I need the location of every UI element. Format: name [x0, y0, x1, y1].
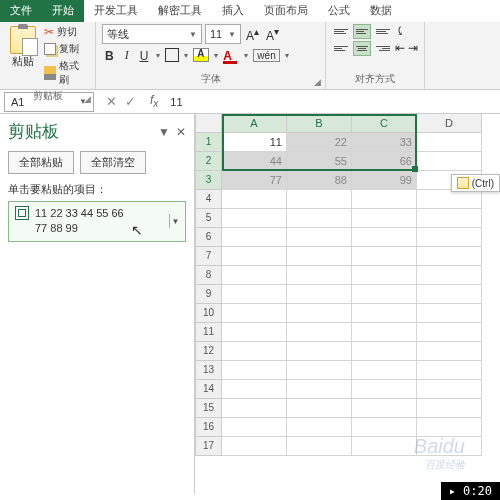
cell[interactable] [417, 133, 482, 152]
dialog-launcher-icon[interactable]: ◢ [84, 94, 91, 104]
tab-dev[interactable]: 开发工具 [84, 0, 148, 22]
paste-all-button[interactable]: 全部粘贴 [8, 151, 74, 174]
dialog-launcher-icon[interactable]: ◢ [314, 77, 321, 87]
increase-font-button[interactable]: A▴ [244, 26, 261, 43]
cell[interactable] [287, 418, 352, 437]
cell[interactable] [352, 342, 417, 361]
row-header[interactable]: 7 [195, 247, 222, 266]
cell[interactable] [417, 361, 482, 380]
cell[interactable] [352, 266, 417, 285]
phonetic-button[interactable]: wén [253, 49, 279, 62]
cell[interactable] [222, 437, 287, 456]
copy-button[interactable]: 复制 [43, 41, 89, 57]
cell[interactable] [222, 209, 287, 228]
cell[interactable] [287, 285, 352, 304]
align-bottom-button[interactable] [374, 24, 392, 39]
align-center-button[interactable] [353, 41, 371, 56]
cell[interactable] [352, 228, 417, 247]
font-size-select[interactable]: 11▼ [205, 24, 241, 44]
cell[interactable] [222, 380, 287, 399]
cell[interactable] [417, 152, 482, 171]
fill-color-button[interactable] [193, 48, 209, 64]
cell[interactable]: 66 [352, 152, 417, 171]
chevron-down-icon[interactable]: ▾ [214, 51, 218, 60]
cell[interactable] [222, 304, 287, 323]
cell[interactable] [352, 209, 417, 228]
cell[interactable] [417, 304, 482, 323]
item-menu-button[interactable]: ▼ [169, 214, 181, 228]
cell[interactable] [352, 190, 417, 209]
decrease-indent-button[interactable]: ⇤ [395, 41, 405, 56]
cell[interactable] [222, 266, 287, 285]
cell[interactable]: 77 [222, 171, 287, 190]
cell[interactable]: 99 [352, 171, 417, 190]
chevron-down-icon[interactable]: ▾ [156, 51, 160, 60]
align-right-button[interactable] [374, 41, 392, 56]
font-color-button[interactable] [223, 49, 239, 63]
cell[interactable] [287, 247, 352, 266]
cell[interactable] [352, 323, 417, 342]
clipboard-item[interactable]: 11 22 33 44 55 66 77 88 99 ▼ ↖ [8, 201, 186, 242]
cell[interactable]: 33 [352, 133, 417, 152]
row-header[interactable]: 3 [195, 171, 222, 190]
cell[interactable] [287, 228, 352, 247]
decrease-font-button[interactable]: A▾ [264, 26, 281, 43]
cell[interactable] [417, 437, 482, 456]
confirm-icon[interactable]: ✓ [125, 94, 136, 109]
row-header[interactable]: 9 [195, 285, 222, 304]
row-header[interactable]: 10 [195, 304, 222, 323]
cell[interactable] [287, 380, 352, 399]
cancel-icon[interactable]: ✕ [106, 94, 117, 109]
tab-decrypt[interactable]: 解密工具 [148, 0, 212, 22]
row-header[interactable]: 2 [195, 152, 222, 171]
row-header[interactable]: 5 [195, 209, 222, 228]
paste-options-button[interactable]: (Ctrl) [451, 174, 500, 192]
cell[interactable] [352, 304, 417, 323]
cell[interactable] [222, 399, 287, 418]
increase-indent-button[interactable]: ⇥ [408, 41, 418, 56]
cell[interactable] [417, 209, 482, 228]
cell[interactable] [222, 228, 287, 247]
row-header[interactable]: 14 [195, 380, 222, 399]
cell[interactable] [352, 285, 417, 304]
pane-menu-icon[interactable]: ▼ [158, 125, 170, 139]
fx-icon[interactable]: fx [144, 93, 164, 109]
orientation-button[interactable]: ⤹ [395, 24, 405, 39]
tab-home[interactable]: 开始 [42, 0, 84, 22]
row-header[interactable]: 13 [195, 361, 222, 380]
cell[interactable] [287, 399, 352, 418]
cell[interactable]: 22 [287, 133, 352, 152]
chevron-down-icon[interactable]: ▾ [244, 51, 248, 60]
col-header-d[interactable]: D [417, 114, 482, 133]
chevron-down-icon[interactable]: ▾ [184, 51, 188, 60]
cell[interactable]: 44 [222, 152, 287, 171]
row-header[interactable]: 11 [195, 323, 222, 342]
row-header[interactable]: 4 [195, 190, 222, 209]
cell[interactable] [287, 342, 352, 361]
cell[interactable] [352, 418, 417, 437]
font-name-select[interactable]: 等线▼ [102, 24, 202, 44]
clear-all-button[interactable]: 全部清空 [80, 151, 146, 174]
col-header-a[interactable]: A [222, 114, 287, 133]
cell[interactable] [417, 247, 482, 266]
cell[interactable] [417, 266, 482, 285]
cell[interactable] [417, 190, 482, 209]
cell[interactable] [287, 323, 352, 342]
row-header[interactable]: 6 [195, 228, 222, 247]
cell[interactable] [222, 361, 287, 380]
cell[interactable]: 55 [287, 152, 352, 171]
cell[interactable] [352, 380, 417, 399]
formula-input[interactable]: 11 [164, 94, 500, 110]
tab-data[interactable]: 数据 [360, 0, 402, 22]
cell[interactable] [287, 304, 352, 323]
row-header[interactable]: 8 [195, 266, 222, 285]
cell[interactable] [352, 361, 417, 380]
cell[interactable] [287, 437, 352, 456]
align-middle-button[interactable] [353, 24, 371, 39]
select-all-corner[interactable] [195, 114, 222, 133]
tab-file[interactable]: 文件 [0, 0, 42, 22]
cell[interactable] [352, 437, 417, 456]
tab-formula[interactable]: 公式 [318, 0, 360, 22]
align-top-button[interactable] [332, 24, 350, 39]
row-header[interactable]: 15 [195, 399, 222, 418]
